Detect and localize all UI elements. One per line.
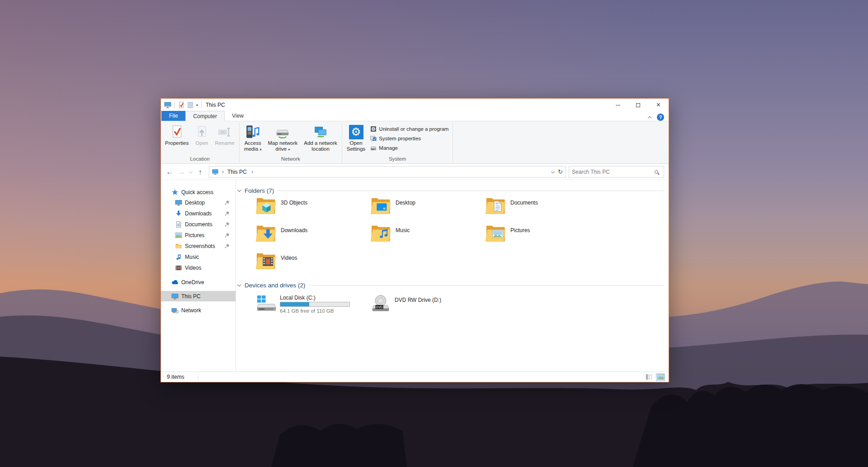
- collapse-section-icon[interactable]: [237, 283, 241, 286]
- svg-text:DVD: DVD: [376, 305, 382, 309]
- dropdown-caret-icon: ▾: [259, 148, 261, 152]
- ribbon-group-network: Access media ▾ Map network drive ▾: [240, 121, 341, 163]
- search-input[interactable]: [569, 169, 655, 175]
- title-bar[interactable]: ▾ This PC ×: [161, 99, 669, 111]
- pin-icon: [224, 200, 230, 205]
- separator: [175, 102, 175, 108]
- sidebar-item-onedrive[interactable]: OneDrive: [161, 277, 236, 287]
- search-icon[interactable]: [655, 170, 658, 174]
- maximize-icon: [636, 103, 640, 107]
- sidebar-item-this-pc[interactable]: This PC: [161, 291, 236, 301]
- pin-icon: [224, 232, 230, 238]
- folder-tile-desktop[interactable]: Desktop: [370, 196, 485, 224]
- folder-icon: [485, 224, 506, 245]
- access-media-button[interactable]: Access media ▾: [241, 123, 265, 153]
- caption-buttons: ×: [608, 99, 669, 111]
- folder-icon: [485, 196, 506, 217]
- details-view-button[interactable]: [645, 373, 654, 381]
- folder-tile-3d-objects[interactable]: 3D Objects: [255, 196, 370, 224]
- back-button[interactable]: ←: [164, 167, 175, 177]
- system-properties-icon: [370, 135, 377, 142]
- minimize-button[interactable]: [608, 99, 628, 111]
- address-dropdown-icon[interactable]: [551, 169, 555, 173]
- properties-shortcut-icon[interactable]: [178, 102, 184, 108]
- rename-icon: [217, 124, 232, 140]
- section-title: Devices and drives (2): [245, 282, 305, 289]
- local-disk-tile[interactable]: Local Disk (C:) 64.1 GB free of 110 GB: [255, 289, 370, 317]
- folder-icon: [255, 196, 276, 217]
- sidebar-item-music[interactable]: Music: [161, 252, 236, 262]
- address-box[interactable]: This PC ↻: [209, 166, 566, 178]
- up-button[interactable]: ↑: [194, 167, 206, 177]
- close-button[interactable]: ×: [648, 99, 669, 111]
- breadcrumb-chevron-icon[interactable]: [250, 171, 253, 173]
- add-network-location-button[interactable]: Add a network location: [301, 123, 340, 153]
- customize-qat-dropdown-icon[interactable]: ▾: [196, 103, 198, 107]
- collapse-section-icon[interactable]: [237, 188, 241, 192]
- pin-icon: [224, 243, 230, 249]
- disk-capacity-bar: [280, 302, 350, 307]
- folders-grid: 3D Objects Desktop Documents: [236, 196, 669, 279]
- sidebar-item-network[interactable]: Network: [161, 305, 236, 315]
- folder-tile-documents[interactable]: Documents: [485, 196, 600, 224]
- sidebar-item-pictures[interactable]: Pictures: [161, 230, 236, 241]
- large-icons-view-button[interactable]: [656, 373, 665, 381]
- properties-button[interactable]: Properties: [162, 123, 192, 147]
- sidebar-item-quick-access[interactable]: Quick access: [161, 187, 236, 197]
- folder-tile-music[interactable]: Music: [370, 224, 485, 252]
- uninstall-icon: [370, 126, 377, 132]
- open-button: Open: [192, 123, 212, 147]
- divider: [278, 191, 664, 191]
- dropdown-caret-icon: ▾: [288, 148, 290, 152]
- ribbon-group-system: ⚙ Open Settings Uninstall or change a pr…: [343, 121, 453, 163]
- downloads-icon: [175, 210, 182, 217]
- devices-section-header[interactable]: Devices and drives (2): [237, 281, 669, 289]
- search-box[interactable]: [569, 166, 664, 178]
- breadcrumb-pc-icon: [212, 169, 218, 175]
- tab-computer[interactable]: Computer: [185, 111, 225, 121]
- refresh-icon[interactable]: ↻: [558, 168, 563, 175]
- sidebar-item-videos[interactable]: Videos: [161, 262, 236, 273]
- separator: [198, 374, 198, 381]
- quick-access-toolbar: ▾: [161, 101, 202, 109]
- sidebar-item-desktop[interactable]: Desktop: [161, 197, 236, 208]
- forward-button: →: [175, 167, 187, 177]
- folder-icon: [370, 224, 391, 245]
- ribbon-group-location: Properties Open Rename: [161, 121, 239, 163]
- dvd-drive-tile[interactable]: DVD DVD RW Drive (D:): [370, 289, 485, 317]
- map-network-drive-button[interactable]: Map network drive ▾: [264, 123, 301, 153]
- settings-gear-icon: ⚙: [349, 124, 363, 140]
- address-bar: ← → ↑ This PC ↻: [161, 164, 669, 180]
- breadcrumb-chevron-icon[interactable]: [221, 171, 224, 173]
- collapse-ribbon-icon[interactable]: [648, 116, 651, 119]
- music-icon: [175, 253, 182, 261]
- onedrive-cloud-icon: [171, 279, 179, 286]
- folder-tile-videos[interactable]: Videos: [255, 252, 370, 279]
- manage-button[interactable]: Manage: [370, 145, 448, 151]
- manage-icon: [370, 145, 377, 151]
- help-icon[interactable]: ?: [657, 114, 664, 121]
- tab-view[interactable]: View: [225, 111, 251, 121]
- sidebar-item-documents[interactable]: Documents: [161, 219, 236, 230]
- folder-icon: [175, 243, 182, 250]
- tab-file[interactable]: File: [161, 111, 185, 121]
- maximize-button[interactable]: [628, 99, 648, 111]
- map-network-drive-icon: [275, 124, 290, 140]
- folder-tile-downloads[interactable]: Downloads: [255, 224, 370, 252]
- folders-section-header[interactable]: Folders (7): [237, 187, 669, 194]
- sidebar-item-screenshots[interactable]: Screenshots: [161, 241, 236, 252]
- open-settings-button[interactable]: ⚙ Open Settings: [344, 123, 369, 153]
- folder-tile-pictures[interactable]: Pictures: [485, 224, 600, 252]
- breadcrumb-this-pc[interactable]: This PC: [226, 169, 248, 175]
- explorer-window: ▾ This PC × File Computer View ?: [160, 98, 669, 382]
- ribbon: Properties Open Rename: [161, 121, 669, 164]
- qat-disabled-icon: [188, 102, 193, 108]
- sidebar-item-downloads[interactable]: Downloads: [161, 208, 236, 219]
- folder-icon: [370, 196, 391, 217]
- divider: [309, 285, 664, 286]
- system-properties-button[interactable]: System properties: [370, 135, 448, 142]
- separator: [342, 122, 342, 162]
- group-label-location: Location: [162, 155, 238, 163]
- recent-locations-dropdown-icon: [187, 167, 194, 177]
- uninstall-program-button[interactable]: Uninstall or change a program: [370, 126, 448, 132]
